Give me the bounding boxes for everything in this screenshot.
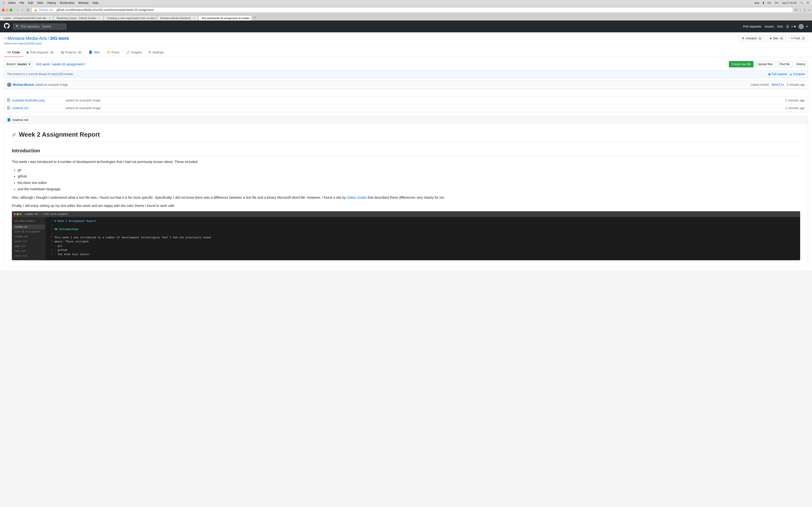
sidebar-test[interactable]: test.txt [13,249,45,253]
gabor-szabo-link[interactable]: Gabor Szabo [347,195,367,200]
tab-close-1[interactable]: ✕ [98,17,100,19]
share-button[interactable]: ⇧ [803,8,806,12]
github-nav: Pull requests Issues Gist [743,24,783,28]
menubar-file[interactable]: File [19,1,24,5]
sidebar-week[interactable]: week-02-assignment [13,229,45,234]
repo-owner[interactable]: Montana-Media-Arts [7,36,47,41]
sidebar-poem[interactable]: poem.txt [13,244,45,249]
tab-2[interactable]: Creating a new organization from scratch… [104,15,157,20]
menubar-edit[interactable]: Edit [28,1,33,5]
menubar-safari[interactable]: Safari [8,1,15,5]
reload-button[interactable]: ↻ [795,8,798,12]
download-button[interactable]: ↓ [800,8,801,12]
breadcrumb-repo[interactable]: 341-work [36,62,50,66]
sidebar-readme2[interactable]: readme.md [13,234,45,239]
forward-button[interactable]: › [21,7,25,12]
tab-wiki[interactable]: 📘 Wiki [85,48,103,57]
sidebar-notes[interactable]: notes.txt [13,239,45,244]
system-time: Jan17 02:58 [782,1,797,4]
commit-hash[interactable]: b8a527a [772,83,784,87]
user-avatar[interactable] [799,24,804,29]
branch-selector[interactable]: Branch: master ▼ [4,61,34,67]
star-button[interactable]: ★ Star 0 [767,35,786,42]
new-repo-button[interactable]: +▼ [791,24,797,29]
sidebar-readme[interactable]: readme.md [13,225,45,229]
pull-request-link[interactable]: ▶ Pull request [769,72,787,76]
fork-icon: ⚯ [791,37,794,40]
menubar-help[interactable]: Help [93,1,99,5]
menubar-view[interactable]: View [37,1,43,5]
tab-pulse[interactable]: 🔆 Pulse [103,48,123,57]
upload-files-button[interactable]: Upload files [755,61,775,67]
find-file-button[interactable]: Find file [777,61,793,67]
back-button[interactable]: ‹ [16,7,20,12]
avatar-dropdown[interactable]: ▼ [806,25,808,28]
new-tab-button[interactable]: + [808,8,810,12]
parent-dir[interactable]: .. [4,90,808,97]
pr-small-icon: ▶ [769,72,771,76]
github-logo[interactable] [4,23,10,30]
maximize-button[interactable] [10,9,12,11]
tab-4[interactable]: 341-work/week-02-assignment at master · … [198,15,252,20]
url-bar[interactable]: 🔒 GitHub, Inc. github.com/Montana-Media-… [32,7,793,12]
tab-1[interactable]: Mastering Issues · GitHub Guides ✕ [53,15,103,20]
editor-line-1: 1 # Week 2 Assignment Report [48,219,798,223]
watch-button[interactable]: 👁 Unwatch 1 [739,35,765,42]
graphs-icon: 📈 [126,50,130,54]
fork-button[interactable]: ⚯ Fork 1 [788,35,808,42]
sidebar-toggle[interactable]: ☰ [27,8,30,12]
list-item-2: the Atom text editor [18,180,800,185]
tab-close-0[interactable]: ✕ [49,17,51,19]
close-button[interactable] [2,9,5,11]
compare-link[interactable]: ▲ Compare [789,72,805,76]
nav-pull-requests[interactable]: Pull requests [743,24,761,28]
notifications-button[interactable]: ☰ [786,24,789,29]
editor-line-9: 9 - the Atom text editor [48,252,798,257]
nav-issues[interactable]: Issues [765,24,774,28]
settings-icon: ⚙ [148,50,151,54]
file-name-0[interactable]: example-textEditor.png [12,99,61,102]
menubar-bookmarks[interactable]: Bookmarks [60,1,74,5]
tab-code[interactable]: <> Code [4,48,23,57]
repo-name[interactable]: 341-work [50,36,69,41]
new-tab-plus[interactable]: + [252,14,258,20]
compare-label: Compare [793,72,805,76]
fork-source-link[interactable]: mam1220/341-work [18,42,42,45]
tab-3[interactable]: Montana-Media-Arts/test1 ✕ [157,15,198,20]
editor-min [17,213,18,215]
history-button[interactable]: History [794,61,808,67]
menubar-history[interactable]: History [47,1,56,5]
compare-icon: ▲ [789,72,792,76]
breadcrumb-folder[interactable]: week-02-assignment [53,62,84,66]
search-icon[interactable]: 🔍 [800,1,803,4]
apple-icon[interactable]:  [3,1,4,5]
tab-projects[interactable]: ▤ Projects 0 [57,48,85,57]
anchor-icon[interactable]: 🔗 [12,132,16,137]
tab-settings[interactable]: ⚙ Settings [145,48,167,57]
sidebar-learn[interactable]: learn.txt [13,253,45,258]
tab-pull-requests[interactable]: ▶ Pull requests 0 [23,48,57,57]
sidebar-project: 341-WORK-EXAMPLE [13,219,45,224]
repo-search[interactable]: 🔍 This repository Search [13,24,66,30]
menubar-window[interactable]: Window [78,1,89,5]
commit-bar-right: ▶ Pull request ▲ Compare [769,72,805,76]
create-new-file-button[interactable]: Create new file [729,61,754,67]
pulse-icon: 🔆 [107,50,110,54]
github-icons: ☰ +▼ ▼ [786,24,808,29]
tab-0[interactable]: Labels · michaelmusick/341-web-dev ✕ [0,15,53,20]
tab-close-3[interactable]: ✕ [193,17,195,19]
readme-title: 🔗 Week 2 Assignment Report [12,130,800,142]
readme-header: 📘 readme.md [4,116,808,124]
commit-author[interactable]: Michael Musick [13,83,34,87]
editor-line-7: 7 - git [48,244,798,248]
file-row-1[interactable]: readme.md added an example image 2 minut… [4,104,808,112]
file-row-0[interactable]: example-textEditor.png added an example … [4,97,808,104]
projects-icon: ▤ [61,50,64,54]
minimize-button[interactable] [6,9,8,11]
notification-icon[interactable]: ☰ [807,1,809,4]
file-name-1[interactable]: readme.md [12,106,61,110]
tab-graphs[interactable]: 📈 Graphs [123,48,145,57]
nav-gist[interactable]: Gist [777,24,783,28]
url-text: github.com/Montana-Media-Arts/341-work/t… [57,8,154,12]
code-icon: <> [7,50,11,54]
